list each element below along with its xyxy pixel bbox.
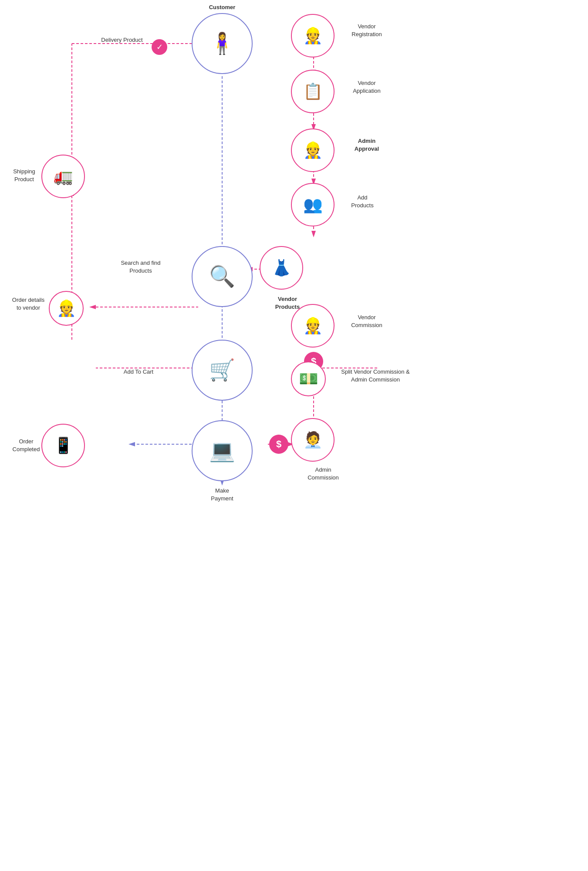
add-to-cart-node: 🛒 (192, 340, 253, 401)
dollar-icon-2: $ (269, 435, 288, 454)
search-icon: 🔍 (209, 266, 235, 287)
svg-marker-21 (89, 305, 96, 309)
order-completed-icon: 📱 (54, 438, 73, 453)
shipping-product-node: 🚛 (41, 155, 85, 198)
customer-label: Customer (200, 3, 244, 11)
svg-marker-31 (128, 442, 135, 446)
make-payment-label: MakePayment (200, 487, 244, 503)
vendor-registration-label: VendorRegistration (341, 23, 393, 38)
vendor-registration-node: 👷 (291, 14, 335, 57)
vendor-application-label: VendorApplication (341, 79, 393, 95)
order-details-node: 👷 (49, 291, 84, 326)
split-commission-icon: 💵 (299, 371, 318, 387)
admin-approval-node: 👷 (291, 128, 335, 172)
order-completed-node: 📱 (41, 424, 85, 467)
add-to-cart-label: Add To Cart (112, 368, 165, 376)
admin-approval-label: AdminApproval (341, 137, 393, 153)
vendor-commission-icon: 👷 (303, 318, 323, 334)
search-node: 🔍 (192, 246, 253, 307)
svg-marker-13 (311, 231, 316, 237)
delivery-check-icon: ✓ (152, 39, 167, 55)
vendor-products-icon: 👗 (272, 260, 291, 276)
order-details-label: Order detailsto vendor (9, 296, 48, 312)
split-commission-node: 💵 (291, 361, 326, 396)
split-commission-label: Split Vendor Commission &Admin Commissio… (332, 368, 419, 384)
vendor-application-icon: 📋 (303, 84, 323, 99)
add-to-cart-icon: 🛒 (209, 360, 235, 381)
vendor-products-node: 👗 (260, 246, 303, 290)
customer-icon: 🧍‍♀️ (209, 33, 235, 54)
vendor-registration-icon: 👷 (303, 28, 323, 44)
admin-commission-label: AdminCommission (297, 466, 349, 482)
admin-approval-icon: 👷 (303, 142, 323, 158)
customer-node: 🧍‍♀️ (192, 13, 253, 74)
diagram-container: 🧍‍♀️ Customer ✓ Delivery Product 👷 Vendo… (0, 0, 588, 871)
add-products-label: AddProducts (341, 194, 384, 209)
order-details-icon: 👷 (57, 300, 76, 316)
add-products-node: 👥 (291, 183, 335, 226)
vendor-application-node: 📋 (291, 70, 335, 113)
admin-commission-node: 🧑‍💼 (291, 418, 335, 462)
add-products-icon: 👥 (303, 197, 323, 213)
shipping-product-label: ShippingProduct (8, 168, 41, 183)
make-payment-icon: 💻 (209, 440, 235, 461)
search-label: Search and findProducts (112, 259, 169, 275)
vendor-commission-node: 👷 (291, 304, 335, 348)
shipping-icon: 🚛 (54, 169, 73, 184)
delivery-product-label: Delivery Product (96, 36, 148, 44)
vendor-commission-label: VendorCommission (341, 314, 393, 329)
order-completed-label: OrderCompleted (9, 438, 44, 453)
admin-commission-icon: 🧑‍💼 (303, 432, 323, 448)
make-payment-node: 💻 (192, 420, 253, 481)
